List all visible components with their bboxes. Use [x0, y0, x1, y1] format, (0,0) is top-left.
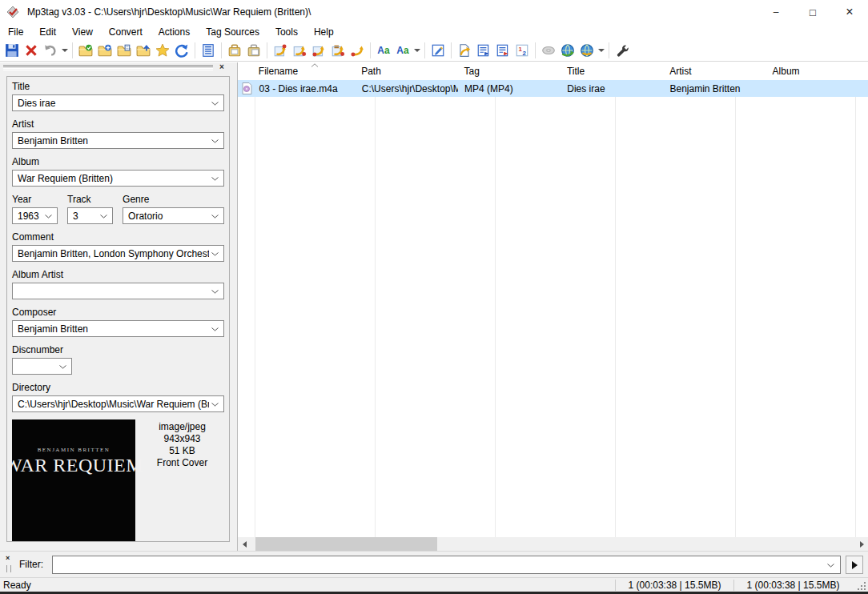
menu-file[interactable]: File — [0, 25, 31, 39]
menu-tools[interactable]: Tools — [267, 25, 306, 39]
convert-tag-filename-button[interactable] — [271, 41, 290, 60]
minimize-button[interactable]: – — [757, 0, 794, 24]
menu-actions[interactable]: Actions — [151, 25, 198, 39]
chevron-down-icon — [45, 215, 52, 219]
copy-tag-icon — [227, 43, 242, 58]
genre-label: Genre — [123, 194, 224, 205]
comment-input[interactable]: Benjamin Britten, London Symphony Orches… — [12, 245, 224, 262]
scroll-right-button[interactable] — [855, 537, 868, 551]
directory-input[interactable]: C:\Users\hjr\Desktop\Music\War Requiem (… — [12, 395, 224, 412]
close-button[interactable]: × — [831, 0, 868, 24]
tag-panel-grabber[interactable] — [3, 65, 213, 70]
autonumbering-icon: 1 2 — [515, 43, 529, 58]
websource-button[interactable] — [558, 41, 577, 60]
album-cover[interactable]: BENJAMIN BRITTEN WAR REQUIEM — [12, 419, 135, 541]
chevron-down-icon — [62, 49, 68, 52]
tag-panel-close-button[interactable]: × — [216, 62, 227, 73]
edit-tag-button[interactable] — [428, 41, 448, 60]
column-grid-lines — [238, 62, 868, 537]
cell-path: C:\Users\hjr\Desktop\M... — [356, 80, 458, 97]
year-input[interactable]: 1963 — [12, 207, 58, 224]
header-tag[interactable]: Tag — [458, 62, 561, 80]
composer-input[interactable]: Benjamin Britten — [12, 320, 224, 337]
chevron-down-icon[interactable] — [827, 564, 834, 568]
artist-input[interactable]: Benjamin Britten — [12, 132, 224, 149]
remove-tag-icon — [24, 43, 38, 58]
websources-dropdown[interactable] — [597, 41, 605, 60]
status-bar: Ready 1 (00:03:38 | 15.5MB) 1 (00:03:38 … — [0, 577, 868, 592]
header-path[interactable]: Path — [355, 62, 457, 80]
year-label: Year — [12, 194, 58, 205]
undo-button[interactable] — [41, 41, 60, 60]
header-artist[interactable]: Artist — [663, 62, 766, 80]
favorites-star-icon — [155, 43, 170, 58]
export-button[interactable] — [455, 41, 474, 60]
playlist-directory-button[interactable] — [115, 41, 134, 60]
parent-directory-button[interactable] — [134, 41, 153, 60]
save-tag-button[interactable] — [2, 41, 22, 60]
favorite-directory-button[interactable] — [153, 41, 172, 60]
filter-grip[interactable] — [6, 565, 11, 572]
convert-tag-tag-button[interactable] — [348, 41, 367, 60]
actions-quick-button[interactable]: Aa — [393, 41, 412, 60]
track-input[interactable]: 3 — [67, 207, 113, 224]
menu-help[interactable]: Help — [306, 25, 342, 39]
extended-tags-icon — [201, 43, 215, 58]
filter-apply-button[interactable] — [846, 556, 863, 574]
album-input[interactable]: War Requiem (Britten) — [12, 170, 224, 187]
horizontal-scrollbar[interactable] — [238, 537, 868, 551]
filter-close-button[interactable]: × — [6, 554, 10, 562]
websources-button[interactable] — [577, 41, 597, 60]
artwork-filesize: 51 KB — [140, 445, 224, 457]
title-input[interactable]: Dies irae — [12, 94, 224, 111]
menu-convert[interactable]: Convert — [101, 25, 151, 39]
convert-filename-filename-button[interactable] — [309, 41, 328, 60]
options-button[interactable] — [613, 41, 632, 60]
menu-view[interactable]: View — [64, 25, 101, 39]
menu-tag-sources[interactable]: Tag Sources — [198, 25, 267, 39]
album-label: Album — [12, 156, 224, 167]
comment-field: Comment Benjamin Britten, London Symphon… — [12, 231, 224, 262]
header-title[interactable]: Title — [561, 62, 663, 80]
filter-combo — [52, 556, 841, 574]
paste-tag-button[interactable] — [244, 41, 263, 60]
convert-filename-tag-button[interactable] — [290, 41, 309, 60]
header-filename[interactable]: Filename — [252, 62, 355, 80]
chevron-down-icon — [100, 215, 107, 219]
cd-info-button[interactable] — [539, 41, 558, 60]
add-directory-button[interactable] — [95, 41, 115, 60]
actions-button[interactable]: Aa — [374, 41, 393, 60]
genre-input[interactable]: Oratorio — [123, 207, 224, 224]
menu-edit[interactable]: Edit — [31, 25, 64, 39]
refresh-button[interactable] — [172, 41, 191, 60]
header-icon-column[interactable] — [238, 62, 252, 80]
discnumber-field: Discnumber — [12, 344, 224, 375]
playlist-all-button[interactable] — [493, 41, 512, 60]
convert-textfile-tag-button[interactable] — [328, 41, 348, 60]
discnumber-input[interactable] — [12, 358, 72, 375]
scroll-left-button[interactable] — [238, 537, 251, 551]
cell-artist: Benjamin Britten — [663, 80, 766, 97]
change-directory-button[interactable] — [76, 41, 95, 60]
autonumbering-wizard-button[interactable]: 1 2 — [512, 41, 532, 60]
actions-dropdown[interactable] — [412, 41, 421, 60]
filter-bar: × Filter: — [0, 551, 868, 577]
copy-tag-button[interactable] — [225, 41, 244, 60]
table-row[interactable]: 03 - Dies irae.m4a C:\Users\hjr\Desktop\… — [238, 80, 868, 97]
scrollbar-thumb[interactable] — [255, 537, 437, 551]
toolbar-separator — [195, 42, 195, 58]
filter-input[interactable] — [54, 557, 822, 572]
playlist-export-button[interactable] — [474, 41, 493, 60]
maximize-button[interactable]: □ — [794, 0, 831, 24]
extended-tags-button[interactable] — [199, 41, 218, 60]
album-artist-input[interactable] — [12, 283, 224, 299]
header-album[interactable]: Album — [766, 62, 868, 80]
remove-tag-button[interactable] — [22, 41, 41, 60]
artist-field: Artist Benjamin Britten — [12, 118, 224, 149]
playlist-file-icon — [476, 43, 491, 58]
album-artist-field: Album Artist — [12, 269, 224, 299]
toolbar-separator — [451, 42, 452, 58]
convert-tag-tag-icon — [350, 43, 364, 58]
undo-dropdown[interactable] — [60, 41, 69, 60]
resize-grip[interactable] — [852, 578, 868, 592]
